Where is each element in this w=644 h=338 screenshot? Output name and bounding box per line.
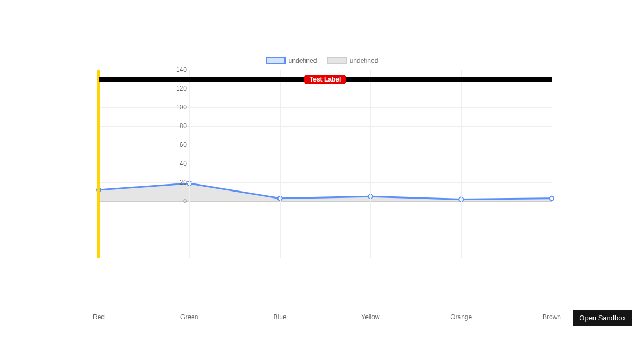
- gridline-v: [370, 70, 371, 258]
- gridline-v: [280, 70, 281, 258]
- x-tick-label: Orange: [450, 313, 472, 321]
- x-tick-label: Yellow: [361, 313, 379, 321]
- x-tick-label: Blue: [274, 313, 287, 321]
- legend-swatch-icon: [266, 57, 286, 64]
- x-tick-label: Red: [93, 313, 105, 321]
- gridline-v: [461, 70, 462, 258]
- y-tick-label: 80: [165, 122, 187, 130]
- gridline-v: [552, 70, 552, 258]
- legend-label: undefined: [289, 57, 317, 64]
- y-tick-label: 140: [165, 66, 187, 74]
- legend-label: undefined: [350, 57, 378, 64]
- chart-legend: undefined undefined: [0, 57, 644, 65]
- y-tick-label: 60: [165, 141, 187, 149]
- legend-item[interactable]: undefined: [327, 57, 378, 64]
- legend-swatch-icon: [327, 57, 347, 64]
- gridline-v: [189, 70, 190, 258]
- x-tick-label: Green: [180, 313, 198, 321]
- annotation-vertical-line: [97, 70, 100, 258]
- y-tick-label: 0: [165, 197, 187, 205]
- chart-container: undefined undefined Test Label Open Sand…: [0, 0, 644, 338]
- y-tick-label: 20: [165, 179, 187, 186]
- legend-item[interactable]: undefined: [266, 57, 317, 64]
- x-tick-label: Brown: [543, 313, 561, 321]
- y-tick-label: 120: [165, 85, 187, 92]
- open-sandbox-button[interactable]: Open Sandbox: [573, 310, 632, 326]
- annotation-label: Test Label: [304, 75, 346, 84]
- y-tick-label: 40: [165, 160, 187, 167]
- y-tick-label: 100: [165, 104, 187, 111]
